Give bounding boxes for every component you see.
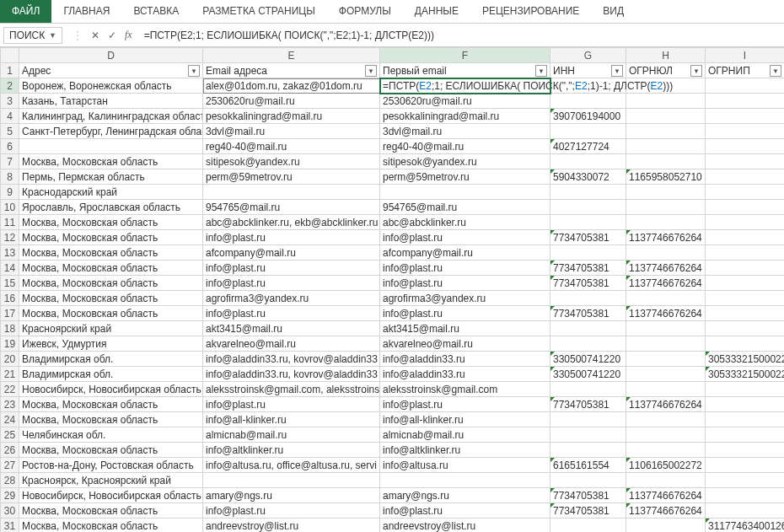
cell-D7[interactable]: Москва, Московская область [19, 154, 203, 169]
cell-D4[interactable]: Калининград, Калининградская область [19, 109, 203, 124]
cell-H6[interactable] [626, 139, 706, 154]
cell-I16[interactable] [706, 291, 785, 306]
row-header[interactable]: 20 [1, 352, 19, 367]
cell-I13[interactable] [706, 245, 785, 261]
col-header-F[interactable]: F [380, 48, 550, 63]
cell-F15[interactable]: info@plast.ru [380, 276, 550, 291]
col-header-I[interactable]: I [706, 48, 785, 63]
cell-D30[interactable]: Москва, Московская область [19, 503, 203, 519]
cell-G13[interactable] [550, 245, 626, 261]
row-header[interactable]: 30 [1, 503, 19, 519]
cell-G2[interactable] [550, 78, 626, 94]
cell-G23[interactable]: 7734705381 [550, 397, 626, 412]
cell-D9[interactable]: Краснодарский край [19, 185, 203, 200]
cell-F28[interactable] [380, 473, 550, 488]
cell-H10[interactable] [626, 200, 706, 215]
cell-H23[interactable]: 1137746676264 [626, 397, 706, 412]
cell-H25[interactable] [626, 427, 706, 443]
cell-E7[interactable]: sitipesok@yandex.ru [203, 154, 380, 169]
cell-E19[interactable]: akvarelneo@mail.ru [203, 336, 380, 352]
name-box[interactable]: ПОИСК ▼ [3, 27, 62, 44]
cell-E17[interactable]: info@plast.ru [203, 306, 380, 321]
cell-H7[interactable] [626, 154, 706, 169]
tab-home[interactable]: ГЛАВНАЯ [51, 0, 121, 23]
cell-I25[interactable] [706, 427, 785, 443]
cell-I4[interactable] [706, 109, 785, 124]
cell-I10[interactable] [706, 200, 785, 215]
header-cell-G[interactable]: ИНН▼ [550, 63, 626, 78]
cell-G4[interactable]: 390706194000 [550, 109, 626, 124]
cell-H30[interactable]: 1137746676264 [626, 503, 706, 519]
filter-button[interactable]: ▼ [770, 65, 781, 77]
cell-F2[interactable]: =ПСТР(E2;1; ЕСЛИОШИБКА( ПОИСК(",";E2;1)-… [380, 78, 550, 94]
cell-I18[interactable] [706, 321, 785, 336]
cell-H31[interactable] [626, 519, 706, 533]
cell-I28[interactable] [706, 473, 785, 488]
cell-D3[interactable]: Казань, Татарстан [19, 94, 203, 109]
cell-I22[interactable] [706, 382, 785, 397]
cell-D26[interactable]: Москва, Московская область [19, 443, 203, 458]
cell-D25[interactable]: Челябинская обл. [19, 427, 203, 443]
cell-D27[interactable]: Ростов-на-Дону, Ростовская область [19, 458, 203, 473]
cell-F31[interactable]: andreevstroy@list.ru [380, 519, 550, 533]
cell-D12[interactable]: Москва, Московская область [19, 230, 203, 245]
filter-button[interactable]: ▼ [535, 65, 547, 77]
cell-E22[interactable]: aleksstroinsk@gmail.com, aleksstroins [203, 382, 380, 397]
tab-page-layout[interactable]: РАЗМЕТКА СТРАНИЦЫ [191, 0, 327, 23]
cancel-icon[interactable]: ✕ [91, 30, 99, 41]
cell-E21[interactable]: info@aladdin33.ru, kovrov@aladdin33 [203, 367, 380, 382]
row-header[interactable]: 2 [1, 78, 19, 94]
filter-button[interactable]: ▼ [611, 65, 623, 77]
cell-E9[interactable] [203, 185, 380, 200]
row-header[interactable]: 28 [1, 473, 19, 488]
tab-file[interactable]: ФАЙЛ [0, 0, 51, 23]
cell-D28[interactable]: Красноярск, Красноярский край [19, 473, 203, 488]
row-header[interactable]: 9 [1, 185, 19, 200]
cell-F25[interactable]: almicnab@mail.ru [380, 427, 550, 443]
cell-D2[interactable]: Воронеж, Воронежская область [19, 78, 203, 94]
row-header[interactable]: 13 [1, 245, 19, 261]
cell-H29[interactable]: 1137746676264 [626, 488, 706, 503]
cell-I7[interactable] [706, 154, 785, 169]
row-header[interactable]: 5 [1, 124, 19, 139]
filter-button[interactable]: ▼ [188, 65, 200, 77]
cell-E29[interactable]: amary@ngs.ru [203, 488, 380, 503]
cell-H2[interactable] [626, 78, 706, 94]
cell-H28[interactable] [626, 473, 706, 488]
cell-F22[interactable]: aleksstroinsk@gmail.com [380, 382, 550, 397]
cell-D20[interactable]: Владимирская обл. [19, 352, 203, 367]
cell-H17[interactable]: 1137746676264 [626, 306, 706, 321]
tab-formulas[interactable]: ФОРМУЛЫ [327, 0, 403, 23]
cell-I11[interactable] [706, 215, 785, 230]
cell-H27[interactable]: 1106165002272 [626, 458, 706, 473]
header-cell-D[interactable]: Адрес▼ [19, 63, 203, 78]
cell-E2[interactable]: alex@01dom.ru, zakaz@01dom.ru [203, 78, 380, 94]
cell-G31[interactable] [550, 519, 626, 533]
row-header[interactable]: 16 [1, 291, 19, 306]
cell-E20[interactable]: info@aladdin33.ru, kovrov@aladdin33 [203, 352, 380, 367]
row-header[interactable]: 26 [1, 443, 19, 458]
cell-D31[interactable]: Москва, Московская область [19, 519, 203, 533]
cell-H22[interactable] [626, 382, 706, 397]
cell-E15[interactable]: info@plast.ru [203, 276, 380, 291]
cell-G3[interactable] [550, 94, 626, 109]
cell-D5[interactable]: Санкт-Петербург, Ленинградская область [19, 124, 203, 139]
cell-F14[interactable]: info@plast.ru [380, 261, 550, 276]
cell-E27[interactable]: info@altusa.ru, office@altusa.ru, servi [203, 458, 380, 473]
row-header[interactable]: 8 [1, 169, 19, 185]
cell-G15[interactable]: 7734705381 [550, 276, 626, 291]
filter-button[interactable]: ▼ [690, 65, 702, 77]
tab-review[interactable]: РЕЦЕНЗИРОВАНИЕ [470, 0, 591, 23]
cell-F8[interactable]: perm@59metrov.ru [380, 169, 550, 185]
row-header[interactable]: 25 [1, 427, 19, 443]
cell-F30[interactable]: info@plast.ru [380, 503, 550, 519]
cell-E8[interactable]: perm@59metrov.ru [203, 169, 380, 185]
cell-E31[interactable]: andreevstroy@list.ru [203, 519, 380, 533]
cell-F23[interactable]: info@plast.ru [380, 397, 550, 412]
row-header[interactable]: 23 [1, 397, 19, 412]
header-cell-H[interactable]: ОГРНЮЛ▼ [626, 63, 706, 78]
cell-H14[interactable]: 1137746676264 [626, 261, 706, 276]
cell-G30[interactable]: 7734705381 [550, 503, 626, 519]
header-cell-E[interactable]: Email адреса▼ [203, 63, 380, 78]
cell-D21[interactable]: Владимирская обл. [19, 367, 203, 382]
